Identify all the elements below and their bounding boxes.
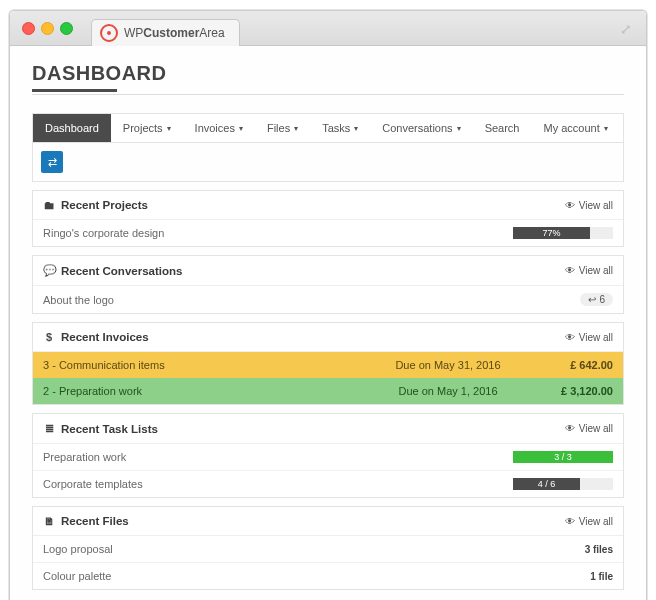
file-row[interactable]: Colour palette 1 file	[33, 562, 623, 589]
chevron-down-icon: ▾	[457, 124, 461, 133]
file-name: Logo proposal	[43, 543, 585, 555]
nav-item-my-account[interactable]: My account▾	[531, 114, 619, 142]
invoice-row[interactable]: 3 - Communication items Due on May 31, 2…	[33, 352, 623, 378]
browser-chrome: WPCustomerArea ⤢	[10, 11, 646, 46]
panel-recent-projects: 🖿 Recent Projects 👁 View all Ringo's cor…	[32, 190, 624, 247]
nav-item-dashboard[interactable]: Dashboard	[33, 114, 111, 142]
dollar-icon: $	[43, 331, 55, 343]
eye-icon: 👁	[565, 423, 575, 434]
project-row[interactable]: Ringo's corporate design 77%	[33, 220, 623, 246]
switch-user-button[interactable]: ⇄	[41, 151, 63, 173]
nav-container: Dashboard Projects▾ Invoices▾ Files▾ Tas…	[32, 113, 624, 182]
window-controls	[22, 22, 73, 35]
invoice-row[interactable]: 2 - Preparation work Due on May 1, 2016 …	[33, 378, 623, 404]
file-row[interactable]: Logo proposal 3 files	[33, 536, 623, 562]
panel-header: ≣ Recent Task Lists 👁 View all	[33, 414, 623, 444]
progress-fill: 77%	[513, 227, 590, 239]
view-all-invoices-button[interactable]: 👁 View all	[565, 332, 613, 343]
invoice-amount: £ 3,120.00	[523, 385, 613, 397]
title-rule	[32, 94, 624, 95]
panel-recent-invoices: $ Recent Invoices 👁 View all 3 - Communi…	[32, 322, 624, 405]
eye-icon: 👁	[565, 200, 575, 211]
invoice-amount: £ 642.00	[523, 359, 613, 371]
panel-title: Recent Projects	[61, 199, 148, 211]
file-count-badge: 1 file	[590, 571, 613, 582]
view-all-tasks-button[interactable]: 👁 View all	[565, 423, 613, 434]
tab-title: WPCustomerArea	[124, 26, 225, 40]
title-underline	[32, 89, 117, 92]
panel-recent-tasks: ≣ Recent Task Lists 👁 View all Preparati…	[32, 413, 624, 498]
browser-frame: WPCustomerArea ⤢ DASHBOARD Dashboard Pro…	[9, 10, 647, 600]
chat-icon: 💬	[43, 264, 55, 277]
expand-icon[interactable]: ⤢	[620, 21, 632, 37]
invoice-due: Due on May 1, 2016	[373, 385, 523, 397]
invoice-title: 3 - Communication items	[43, 359, 373, 371]
nav-item-tasks[interactable]: Tasks▾	[310, 114, 370, 142]
chevron-down-icon: ▾	[604, 124, 608, 133]
chevron-down-icon: ▾	[294, 124, 298, 133]
panel-title: Recent Conversations	[61, 265, 182, 277]
nav-item-projects[interactable]: Projects▾	[111, 114, 183, 142]
user-switch-icon: ⇄	[48, 156, 57, 169]
progress-fill: 4 / 6	[513, 478, 580, 490]
file-icon: 🗎	[43, 515, 55, 527]
page-title: DASHBOARD	[32, 62, 624, 85]
task-row[interactable]: Preparation work 3 / 3	[33, 444, 623, 470]
chevron-down-icon: ▾	[354, 124, 358, 133]
task-name: Corporate templates	[43, 478, 513, 490]
task-progress: 3 / 3	[513, 451, 613, 463]
toolbar-row: ⇄	[33, 142, 623, 181]
project-progress: 77%	[513, 227, 613, 239]
briefcase-icon: 🖿	[43, 199, 55, 211]
maximize-window-button[interactable]	[60, 22, 73, 35]
panel-title: Recent Files	[61, 515, 129, 527]
conversation-row[interactable]: About the logo ↩ 6	[33, 286, 623, 313]
project-name: Ringo's corporate design	[43, 227, 513, 239]
conversation-title: About the logo	[43, 294, 580, 306]
panel-header: 🖿 Recent Projects 👁 View all	[33, 191, 623, 220]
page-body: DASHBOARD Dashboard Projects▾ Invoices▾ …	[10, 46, 646, 600]
panel-title: Recent Task Lists	[61, 423, 158, 435]
panel-header: 🗎 Recent Files 👁 View all	[33, 507, 623, 536]
reply-count-badge: ↩ 6	[580, 293, 613, 306]
task-progress: 4 / 6	[513, 478, 613, 490]
chevron-down-icon: ▾	[239, 124, 243, 133]
task-name: Preparation work	[43, 451, 513, 463]
panel-recent-files: 🗎 Recent Files 👁 View all Logo proposal …	[32, 506, 624, 590]
file-count-badge: 3 files	[585, 544, 613, 555]
view-all-conversations-button[interactable]: 👁 View all	[565, 265, 613, 276]
panel-title: Recent Invoices	[61, 331, 149, 343]
browser-tab[interactable]: WPCustomerArea	[91, 19, 240, 46]
invoice-title: 2 - Preparation work	[43, 385, 373, 397]
file-name: Colour palette	[43, 570, 590, 582]
view-all-files-button[interactable]: 👁 View all	[565, 516, 613, 527]
panel-recent-conversations: 💬 Recent Conversations 👁 View all About …	[32, 255, 624, 314]
eye-icon: 👁	[565, 332, 575, 343]
view-all-projects-button[interactable]: 👁 View all	[565, 200, 613, 211]
reply-icon: ↩	[588, 294, 596, 305]
close-window-button[interactable]	[22, 22, 35, 35]
app-logo-icon	[100, 24, 118, 42]
nav-item-invoices[interactable]: Invoices▾	[183, 114, 255, 142]
eye-icon: 👁	[565, 265, 575, 276]
main-nav: Dashboard Projects▾ Invoices▾ Files▾ Tas…	[33, 114, 623, 142]
eye-icon: 👁	[565, 516, 575, 527]
nav-item-search[interactable]: Search	[473, 114, 532, 142]
nav-item-files[interactable]: Files▾	[255, 114, 310, 142]
list-icon: ≣	[43, 422, 55, 435]
chevron-down-icon: ▾	[167, 124, 171, 133]
minimize-window-button[interactable]	[41, 22, 54, 35]
task-row[interactable]: Corporate templates 4 / 6	[33, 470, 623, 497]
nav-item-conversations[interactable]: Conversations▾	[370, 114, 472, 142]
progress-fill: 3 / 3	[513, 451, 613, 463]
panel-header: 💬 Recent Conversations 👁 View all	[33, 256, 623, 286]
panel-header: $ Recent Invoices 👁 View all	[33, 323, 623, 352]
invoice-due: Due on May 31, 2016	[373, 359, 523, 371]
